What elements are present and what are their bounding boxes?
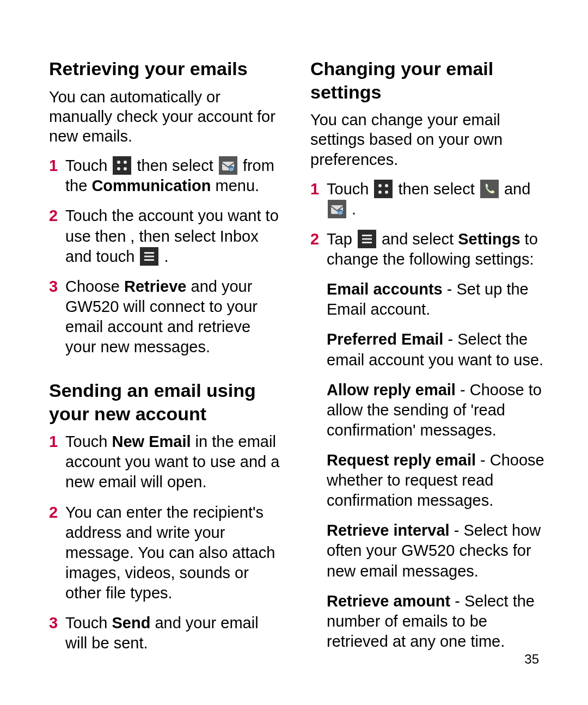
list-item: Choose Retrieve and your GW520 will conn…: [49, 277, 283, 357]
right-column: Changing your email settings You can cha…: [310, 57, 544, 663]
setting-item: Allow reply email - Choose to allow the …: [310, 380, 544, 440]
bold-text: New Email: [112, 433, 191, 450]
bold-text: Settings: [458, 230, 520, 248]
heading-sending: Sending an email using your new account: [49, 379, 283, 425]
bold-text: Retrieve: [124, 278, 186, 295]
setting-item: Email accounts - Set up the Email accoun…: [310, 279, 544, 320]
setting-label: Retrieve amount: [327, 592, 450, 610]
intro-settings: You can change your email settings based…: [310, 110, 544, 169]
bold-text: Communication: [91, 177, 211, 194]
steps-sending: Touch New Email in the email account you…: [49, 432, 283, 653]
setting-label: Allow reply email: [327, 381, 456, 399]
text: then select: [399, 180, 479, 198]
text: and: [504, 180, 530, 198]
list-item: Touch then select from the Communication…: [49, 156, 283, 196]
grid-icon: [374, 180, 393, 198]
setting-item: Request reply email - Choose whether to …: [310, 450, 544, 511]
setting-label: Email accounts: [327, 280, 443, 298]
setting-label: Request reply email: [327, 451, 476, 469]
list-item: Touch Send and your email will be sent.: [49, 613, 283, 653]
list-item: Touch New Email in the email account you…: [49, 432, 283, 492]
text: menu.: [211, 177, 260, 194]
text: Touch: [65, 614, 112, 632]
steps-settings: Touch then select and . Tap and select S…: [310, 179, 544, 269]
steps-retrieving: Touch then select from the Communication…: [49, 156, 283, 357]
text: Choose: [65, 278, 124, 295]
setting-item: Retrieve interval - Select how often you…: [310, 520, 544, 581]
text: and select: [382, 230, 458, 248]
list-item: Touch then select and .: [310, 179, 544, 219]
email-icon: [219, 156, 237, 175]
text: then select: [137, 157, 218, 174]
setting-label: Preferred Email: [327, 330, 443, 348]
list-item: You can enter the recipient's address an…: [49, 502, 283, 604]
heading-retrieving: Retrieving your emails: [49, 57, 283, 81]
setting-label: Retrieve interval: [327, 522, 450, 539]
list-icon: [358, 230, 376, 248]
text: Touch: [65, 433, 112, 450]
list-item: Tap and select Settings to change the fo…: [310, 229, 544, 269]
text: Tap: [327, 230, 357, 248]
text: Touch: [65, 157, 112, 174]
page-number: 35: [524, 652, 539, 667]
text: Touch the account you want to use then ,…: [65, 207, 279, 265]
text: .: [352, 200, 356, 218]
intro-retrieving: You can automatically or manually check …: [49, 87, 283, 146]
bold-text: Send: [112, 614, 150, 632]
text: .: [164, 248, 169, 265]
left-column: Retrieving your emails You can automatic…: [49, 57, 283, 663]
setting-item: Preferred Email - Select the email accou…: [310, 329, 544, 370]
list-item: Touch the account you want to use then ,…: [49, 206, 283, 266]
setting-item: Retrieve amount - Select the number of e…: [310, 591, 544, 652]
email-icon: [328, 200, 346, 218]
list-icon: [140, 247, 158, 266]
phone-icon: [480, 180, 499, 198]
text: You can enter the recipient's address an…: [65, 504, 275, 602]
grid-icon: [113, 156, 131, 175]
heading-settings: Changing your email settings: [310, 57, 544, 103]
text: Touch: [327, 180, 373, 198]
